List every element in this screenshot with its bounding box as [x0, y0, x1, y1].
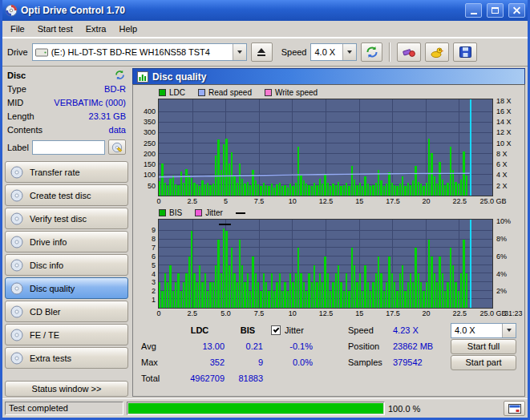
save-button[interactable] [453, 42, 477, 62]
status-mini-button[interactable] [504, 401, 525, 416]
sidebar-button-fe-te[interactable]: FE / TE [5, 324, 128, 345]
disc-section-title: Disc [7, 71, 26, 80]
chart-bar [239, 240, 241, 308]
x-axis-label: 12.5 [319, 309, 334, 317]
legend-swatch [236, 212, 245, 214]
speed-select-bottom[interactable]: 4.0 X [451, 323, 516, 338]
chart-bar [252, 256, 253, 308]
close-button[interactable] [508, 3, 525, 18]
label-button[interactable] [108, 139, 126, 155]
start-part-button[interactable]: Start part [451, 355, 516, 370]
x-axis-label: 10 [289, 309, 297, 317]
sidebar-buttons: Transfer rateCreate test discVerify test… [5, 160, 128, 370]
start-full-button[interactable]: Start full [451, 339, 516, 354]
refresh-button[interactable] [361, 42, 382, 62]
speed-select-value: 4.0 X [451, 325, 502, 335]
grid-line-horizontal [159, 247, 492, 248]
legend-item: Jitter [195, 208, 223, 217]
save-icon [459, 46, 471, 58]
position-marker [470, 220, 471, 308]
chart-bar [237, 282, 238, 308]
title-bar[interactable]: Opti Drive Control 1.70 [2, 0, 528, 21]
minimize-button[interactable] [465, 3, 482, 18]
bis-column-header: BIS [233, 325, 271, 335]
speed-select[interactable]: 4.0 X [310, 43, 357, 61]
sidebar-button-create-test-disc[interactable]: Create test disc [5, 184, 128, 206]
chart-bar [244, 282, 245, 308]
chart-bar [265, 282, 267, 308]
speed-value: 4.23 X [393, 325, 451, 335]
chart-bar [241, 265, 243, 308]
sidebar-button-extra-tests[interactable]: Extra tests [5, 347, 128, 369]
sidebar-button-drive-info[interactable]: Drive info [5, 231, 128, 252]
x-axis-label: 17.5 [386, 309, 400, 317]
menu-item-start-test[interactable]: Start test [31, 22, 79, 36]
chart-bar [305, 291, 307, 308]
sidebar-button-disc-quality[interactable]: Disc quality [5, 277, 128, 299]
legend-swatch [265, 89, 272, 96]
chart-bar [452, 265, 454, 308]
minimize-icon [471, 13, 477, 14]
chart-bar [458, 291, 459, 308]
jitter-checkbox[interactable]: Jitter [271, 325, 321, 335]
disc-info-icon [10, 259, 23, 272]
chart-bar [463, 240, 464, 308]
menu-item-extra[interactable]: Extra [79, 22, 113, 36]
drive-select[interactable]: (E:) HL-DT-ST BD-RE WH16NS58 TST4 [32, 43, 247, 61]
sidebar-button-cd-bler[interactable]: CD Bler [5, 301, 128, 322]
chart-bar [455, 282, 456, 308]
chart-bar [346, 273, 347, 308]
status-window-button[interactable]: Status window >> [5, 381, 128, 397]
chart-bar [367, 282, 369, 308]
chart-bar [404, 291, 406, 308]
chevron-down-icon [347, 50, 352, 54]
disc-refresh-button[interactable] [114, 70, 126, 80]
create-test-disc-icon [10, 189, 23, 202]
legend-label: BIS [169, 208, 182, 217]
drive-icon [33, 48, 48, 57]
chart-bar [380, 273, 382, 308]
chart-bar [372, 282, 374, 308]
speed-value: 4.0 X [311, 47, 342, 57]
label-input[interactable] [32, 140, 105, 155]
eject-button[interactable] [251, 42, 273, 62]
chart-bar [396, 291, 398, 308]
chevron-down-icon [507, 329, 512, 332]
maximize-button[interactable] [487, 3, 504, 18]
menu-item-help[interactable]: Help [112, 22, 144, 36]
sidebar-button-transfer-rate[interactable]: Transfer rate [5, 161, 128, 183]
chart-bar [386, 282, 387, 308]
fe-te-icon [10, 329, 23, 341]
disc-info-fields: TypeBD-RMIDVERBATIMc (000)Length23.31 GB… [5, 83, 128, 137]
chart-bar [231, 248, 233, 308]
y-axis-label: 400 [144, 107, 156, 115]
maximize-icon [492, 7, 499, 14]
drive-dropdown-arrow[interactable] [233, 44, 246, 60]
chart-bar [212, 282, 214, 308]
duck-button[interactable] [425, 42, 449, 62]
chart-bar [364, 265, 366, 308]
disc-label-icon [111, 142, 123, 153]
chart-bar [319, 273, 321, 308]
sidebar-button-disc-info[interactable]: Disc info [5, 254, 128, 276]
x-axis-label: 2.5 [187, 309, 197, 317]
chart-bar [466, 273, 467, 308]
legend-item: BIS [159, 208, 182, 217]
max-jitter-value: 0.0% [271, 357, 321, 367]
chart-bar [444, 291, 446, 308]
total-row-label: Total [141, 374, 175, 383]
sidebar-button-label: Drive info [30, 237, 67, 247]
disc-quality-icon [10, 282, 23, 295]
refresh-disc-icon [114, 70, 126, 80]
speed-select-arrow[interactable] [502, 324, 516, 337]
speed-dropdown-arrow[interactable] [342, 44, 356, 60]
erase-button[interactable] [397, 42, 421, 62]
field-value[interactable]: data [109, 124, 126, 136]
sidebar-button-verify-test-disc[interactable]: Verify test disc [5, 208, 128, 229]
chart-bar [399, 273, 401, 308]
avg-ldc-value: 13.00 [175, 341, 233, 351]
y-axis-label: 6 [152, 252, 156, 260]
duck-icon [430, 46, 444, 58]
menu-item-file[interactable]: File [4, 22, 31, 36]
y-axis-label: 7 [152, 244, 156, 251]
